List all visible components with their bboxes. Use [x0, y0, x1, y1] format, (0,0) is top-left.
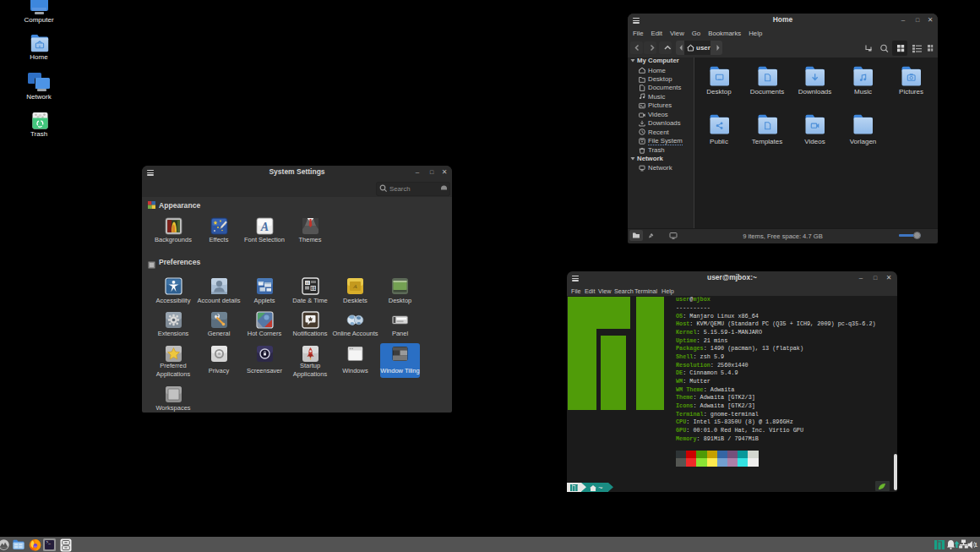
- svg-text:01: 01: [310, 286, 315, 291]
- svg-text:A: A: [352, 283, 357, 290]
- svg-text:01: 01: [305, 281, 309, 285]
- svg-text:A: A: [259, 221, 268, 233]
